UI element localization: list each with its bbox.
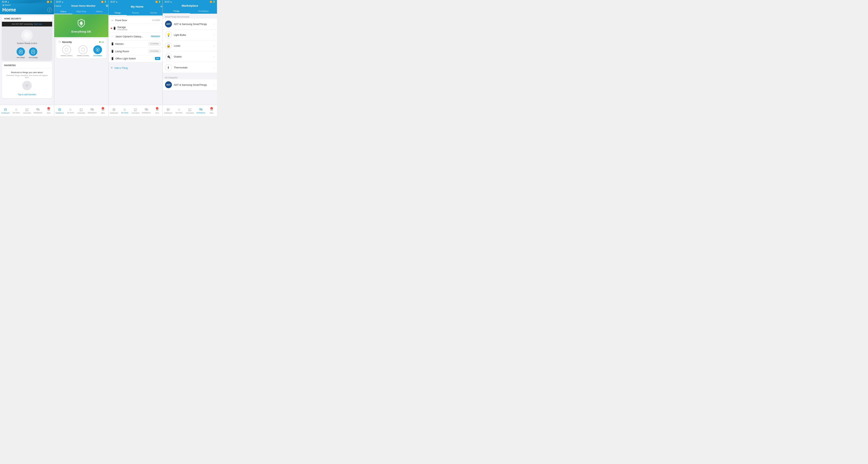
tab-label-more-4: More — [210, 112, 213, 114]
tab-right-now[interactable]: Right Now — [72, 9, 90, 14]
tab-things-market[interactable]: Things — [163, 8, 190, 14]
dashboard-icon-3: ⊟ — [113, 108, 115, 112]
tab-myhome-3[interactable]: ⌂ My Home — [119, 107, 130, 114]
kitchen-icon: 📱 — [111, 42, 114, 45]
screen-my-home: 11:17 ▲ 📶 🔋 My Home + Things Rooms Scene… — [108, 0, 163, 116]
tab-history[interactable]: History — [90, 9, 108, 14]
security-section: 🛡 Security OK ARMED (AWAY) — [56, 39, 106, 58]
add-thing-header-button[interactable]: + — [160, 4, 162, 9]
home-security-title: HOME SECURITY — [4, 18, 21, 20]
tab-label-dashboard-4: Dashboard — [164, 112, 172, 114]
recommends-label: SmartThings Recommends — [163, 14, 217, 19]
dashboard-icon-1: ⊟ — [4, 108, 7, 112]
market-item-outlets[interactable]: 🔌 Outlets › — [163, 51, 217, 62]
tab-more-1[interactable]: ☰ More 1 — [43, 107, 54, 115]
market-item-locks[interactable]: 🔒 Locks › — [163, 40, 217, 51]
menu-button[interactable]: ⋮ — [47, 8, 52, 12]
tab-dashboard-3[interactable]: ⊟ Dashboard — [108, 107, 119, 115]
screen1-header: ◀ Search Home ⋮ — [0, 3, 54, 14]
tab-smartapps[interactable]: SmartApps — [190, 8, 217, 14]
thing-row-front-door[interactable]: ⇔ Front Door CLOSED — [108, 17, 162, 24]
status-bar-right-1: 📶 🔋 — [47, 1, 52, 3]
home-security-header[interactable]: HOME SECURITY › — [2, 16, 52, 22]
tab-marketplace-4[interactable]: 🛍 Marketplace — [195, 107, 206, 114]
tab-scenes[interactable]: Scenes — [145, 10, 162, 16]
tab-myhome-4[interactable]: ⌂ My Home — [174, 107, 184, 114]
screen1-body: HOME SECURITY › Get 24/7 ADT monitoring.… — [0, 14, 54, 105]
green-dot-icon — [99, 41, 100, 43]
tab-myhome-2[interactable]: ⌂ My Home — [65, 107, 76, 114]
tab-label-dashboard-3: Dashboard — [110, 112, 118, 114]
tab-dashboard-4[interactable]: ⊟ Dashboard — [163, 107, 174, 115]
disarmed-icon — [93, 45, 102, 54]
status-bar-1: 11:16 ▲ 📶 🔋 — [0, 0, 54, 3]
search-label-1[interactable]: Search — [5, 4, 11, 6]
arm-away-button[interactable]: Arm (Away) — [29, 48, 38, 58]
thing-row-office-light[interactable]: 📱 Office Light Switch ON — [108, 55, 162, 62]
start-now-link[interactable]: Start now. — [34, 23, 42, 25]
market-item-adt-all[interactable]: ADT ADT & Samsung SmartThings › — [163, 80, 217, 90]
tab-dashboard-1[interactable]: ⊟ Dashboard — [0, 107, 11, 115]
market-item-light-bulbs[interactable]: 💡 Light Bulbs › — [163, 30, 217, 40]
tab-marketplace-3[interactable]: 🛍 Marketplace — [141, 107, 152, 114]
all-categories-label: All Categories — [163, 75, 217, 80]
light-bulbs-chevron-icon: › — [214, 33, 215, 36]
security-section-header: 🛡 Security OK — [58, 40, 104, 44]
tab-marketplace-1[interactable]: 🛍 Marketplace — [32, 107, 43, 114]
away-svg — [31, 49, 35, 54]
tab-automation-4[interactable]: ◱ Automation — [184, 107, 195, 115]
adt-recommends-name: ADT & Samsung SmartThings — [174, 23, 212, 26]
tab-automation-2[interactable]: ◱ Automation — [76, 107, 87, 115]
tab-myhome-1[interactable]: ⌂ My Home — [11, 107, 22, 114]
status-bar-right-3: 📶 🔋 — [155, 1, 161, 3]
tab-dashboard-2[interactable]: ⊟ Dashboard — [54, 107, 65, 115]
tab-automation-3[interactable]: ◱ Automation — [130, 107, 141, 115]
tab-more-2[interactable]: ☰ More 1 — [97, 107, 108, 115]
armed-away-button[interactable]: ARMED (AWAY) — [61, 45, 72, 57]
tab-more-3[interactable]: ☰ More 1 — [152, 107, 162, 115]
chevron-right-icon: › — [49, 17, 50, 20]
arm-stay-button[interactable]: Arm (Stay) — [17, 48, 25, 58]
screen3-body: ⇔ Front Door CLOSED 📱 Garage Unavailable — [108, 16, 162, 105]
star-circle[interactable]: ☆ — [22, 81, 32, 90]
armed-away-svg — [64, 48, 69, 52]
thing-row-kitchen[interactable]: 📱 Kitchen STOPPED — [108, 40, 162, 48]
tab-rooms[interactable]: Rooms — [127, 10, 145, 16]
tab-label-marketplace-4: Marketplace — [196, 112, 205, 114]
thing-row-living-room[interactable]: 📱 Living Room STOPPED — [108, 48, 162, 55]
nav-bar-2: ‹ Home Smart Home Monitor ⚙ — [54, 3, 108, 9]
status-bar-4: 11:17 ▲ 📶 🔋 — [163, 0, 217, 3]
home-icon-2: ⌂ — [69, 108, 71, 111]
thing-row-galaxy[interactable]: ○ Jason Cipriani's Galaxy... PRESENT — [108, 33, 162, 40]
tab-label-myhome-1: My Home — [13, 112, 20, 114]
arm-away-icon — [29, 48, 37, 56]
tab-more-4[interactable]: ☰ More 1 — [206, 107, 217, 115]
tab-things[interactable]: Things — [108, 10, 127, 16]
time-4: 11:17 — [165, 1, 169, 3]
living-room-name: Living Room — [115, 50, 147, 53]
tab-label-more-3: More — [155, 112, 159, 114]
add-thing-row[interactable]: + Add a Thing — [108, 64, 162, 72]
thing-row-garage[interactable]: 📱 Garage Unavailable — [108, 24, 162, 33]
security-text: Security — [62, 40, 72, 44]
status-bar-2: 11:17 ▲ 📶 🔋 — [54, 0, 108, 3]
front-door-icon: ⇔ — [111, 19, 114, 22]
tab-status[interactable]: Status — [54, 9, 72, 14]
everything-ok-banner: Everything OK — [54, 14, 108, 37]
tab-bar-3: ⊟ Dashboard ⌂ My Home ◱ Automation 🛍 Mar… — [108, 105, 162, 116]
security-buttons-row: ARMED (AWAY) ARMED (HOME) — [58, 45, 104, 57]
tap-favorites-link[interactable]: Tap to add favorites — [18, 93, 36, 96]
armed-home-button[interactable]: ARMED (HOME) — [77, 45, 89, 57]
time-2: 11:17 — [56, 1, 61, 3]
add-thing-plus-icon: + — [111, 66, 113, 70]
wifi-icon-3: 📶 — [155, 1, 158, 3]
back-button-2[interactable]: ‹ Home — [54, 4, 61, 7]
settings-icon-2[interactable]: ⚙ — [106, 4, 108, 8]
armed-home-svg — [81, 48, 85, 52]
market-item-adt-recommends[interactable]: ADT ADT & Samsung SmartThings › — [163, 19, 217, 30]
favorites-card: FAVORITES Shortcuts to things you care a… — [2, 62, 52, 98]
tab-automation-1[interactable]: ◱ Automation — [22, 107, 33, 115]
market-item-thermostats[interactable]: 🌡 Thermostats › — [163, 62, 217, 73]
tab-marketplace-2[interactable]: 🛍 Marketplace — [87, 107, 97, 114]
disarmed-button[interactable]: DISARMED — [93, 45, 102, 57]
